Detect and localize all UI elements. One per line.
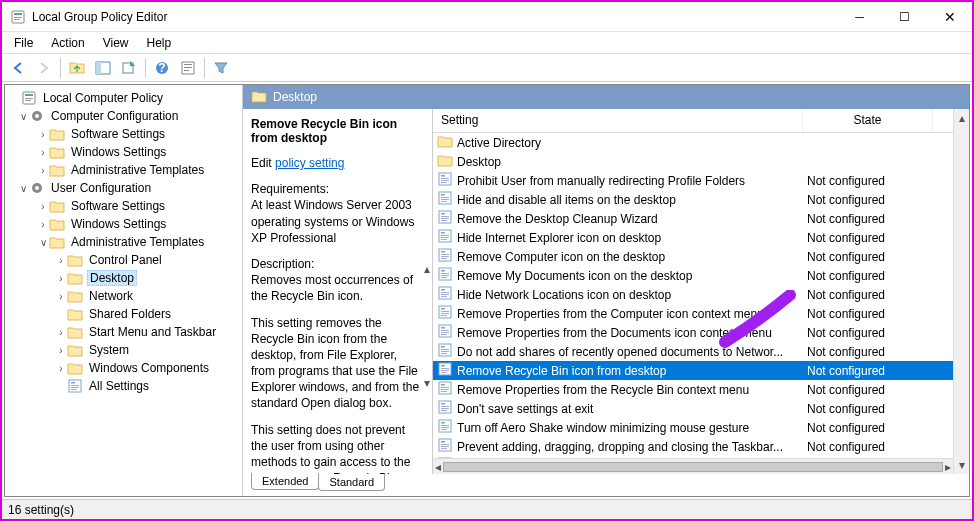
- tree-uc-windows[interactable]: ›Windows Settings: [5, 215, 242, 233]
- setting-icon: [437, 266, 453, 285]
- v-scrollbar[interactable]: ▴▾: [953, 109, 969, 474]
- filter-button[interactable]: [209, 56, 233, 80]
- folder-icon: [49, 234, 65, 250]
- tree-uc-admin[interactable]: ∨Administrative Templates: [5, 233, 242, 251]
- tree-user-config[interactable]: ∨User Configuration: [5, 179, 242, 197]
- menu-action[interactable]: Action: [43, 34, 92, 52]
- location-header: Desktop: [243, 85, 969, 109]
- setting-icon: [437, 304, 453, 323]
- settings-list[interactable]: Active DirectoryDesktopProhibit User fro…: [433, 133, 953, 458]
- up-button[interactable]: [65, 56, 89, 80]
- list-item[interactable]: Prohibit User from manually redirecting …: [433, 171, 953, 190]
- tree-computer-config[interactable]: ∨Computer Configuration: [5, 107, 242, 125]
- svg-rect-17: [184, 64, 192, 65]
- setting-icon: [437, 437, 453, 456]
- export-button[interactable]: [117, 56, 141, 80]
- folder-icon: [49, 198, 65, 214]
- setting-icon: [437, 209, 453, 228]
- svg-rect-19: [184, 70, 189, 71]
- setting-title: Remove Recycle Bin icon from desktop: [251, 117, 424, 145]
- properties-button[interactable]: [176, 56, 200, 80]
- window-title: Local Group Policy Editor: [32, 10, 837, 24]
- list-item[interactable]: Don't save settings at exitNot configure…: [433, 399, 953, 418]
- edit-policy-link[interactable]: policy setting: [275, 156, 344, 170]
- tree-cc-software[interactable]: ›Software Settings: [5, 125, 242, 143]
- tree-shared-folders[interactable]: Shared Folders: [5, 305, 242, 323]
- gear-icon: [29, 108, 45, 124]
- folder-icon: [67, 288, 83, 304]
- forward-button[interactable]: [32, 56, 56, 80]
- col-setting[interactable]: Setting: [433, 109, 803, 132]
- folder-icon: [67, 306, 83, 322]
- folder-icon: [49, 144, 65, 160]
- setting-icon: [437, 190, 453, 209]
- folder-icon: [67, 270, 83, 286]
- tree-desktop[interactable]: ›Desktop: [5, 269, 242, 287]
- setting-icon: [437, 380, 453, 399]
- setting-icon: [437, 399, 453, 418]
- list-item[interactable]: Hide Internet Explorer icon on desktopNo…: [433, 228, 953, 247]
- h-scrollbar[interactable]: ◂▸: [433, 458, 953, 474]
- tree-start-menu[interactable]: ›Start Menu and Taskbar: [5, 323, 242, 341]
- tree-system[interactable]: ›System: [5, 341, 242, 359]
- svg-rect-12: [96, 62, 101, 74]
- list-item[interactable]: Turn off Aero Shake window minimizing mo…: [433, 418, 953, 437]
- folder-icon: [67, 324, 83, 340]
- folder-icon: [67, 342, 83, 358]
- svg-rect-18: [184, 67, 192, 68]
- menu-help[interactable]: Help: [139, 34, 180, 52]
- svg-text:?: ?: [158, 61, 165, 75]
- list-item[interactable]: Hide Network Locations icon on desktopNo…: [433, 285, 953, 304]
- list-header[interactable]: Setting State: [433, 109, 953, 133]
- col-state[interactable]: State: [803, 109, 933, 132]
- list-item[interactable]: Remove Computer icon on the desktopNot c…: [433, 247, 953, 266]
- menu-file[interactable]: File: [6, 34, 41, 52]
- setting-icon: [437, 247, 453, 266]
- list-item[interactable]: Remove Properties from the Recycle Bin c…: [433, 380, 953, 399]
- list-item[interactable]: Remove Recycle Bin icon from desktopNot …: [433, 361, 953, 380]
- tree-control-panel[interactable]: ›Control Panel: [5, 251, 242, 269]
- list-item[interactable]: Remove Properties from the Computer icon…: [433, 304, 953, 323]
- tree-windows-components[interactable]: ›Windows Components: [5, 359, 242, 377]
- minimize-button[interactable]: ─: [837, 2, 882, 32]
- list-item[interactable]: Do not add shares of recently opened doc…: [433, 342, 953, 361]
- close-button[interactable]: ✕: [927, 2, 972, 32]
- titlebar: Local Group Policy Editor ─ ☐ ✕: [2, 2, 972, 32]
- tree-cc-admin[interactable]: ›Administrative Templates: [5, 161, 242, 179]
- list-item[interactable]: Remove My Documents icon on the desktopN…: [433, 266, 953, 285]
- nav-tree[interactable]: Local Computer Policy ∨Computer Configur…: [5, 85, 243, 496]
- list-item[interactable]: Prevent adding, dragging, dropping and c…: [433, 437, 953, 456]
- tab-extended[interactable]: Extended: [251, 473, 319, 490]
- show-hide-tree-button[interactable]: [91, 56, 115, 80]
- list-item[interactable]: Remove the Desktop Cleanup WizardNot con…: [433, 209, 953, 228]
- back-button[interactable]: [6, 56, 30, 80]
- detail-scroll[interactable]: ▴▾: [424, 262, 430, 390]
- tree-all-settings[interactable]: All Settings: [5, 377, 242, 395]
- gear-icon: [29, 180, 45, 196]
- app-icon: [10, 9, 26, 25]
- tab-standard[interactable]: Standard: [318, 474, 385, 491]
- setting-icon: [437, 418, 453, 437]
- list-item[interactable]: Desktop: [433, 152, 953, 171]
- list-item[interactable]: Hide and disable all items on the deskto…: [433, 190, 953, 209]
- list-item[interactable]: Active Directory: [433, 133, 953, 152]
- setting-icon: [437, 323, 453, 342]
- folder-icon: [49, 162, 65, 178]
- tree-root[interactable]: Local Computer Policy: [5, 89, 242, 107]
- folder-icon: [49, 126, 65, 142]
- view-tabs: Extended Standard: [243, 474, 969, 496]
- policy-icon: [21, 90, 37, 106]
- detail-pane: Remove Recycle Bin icon from desktop Edi…: [243, 109, 433, 474]
- status-bar: 16 setting(s): [2, 499, 972, 519]
- menu-view[interactable]: View: [95, 34, 137, 52]
- toolbar: ?: [2, 54, 972, 82]
- setting-icon: [437, 285, 453, 304]
- tree-uc-software[interactable]: ›Software Settings: [5, 197, 242, 215]
- tree-network[interactable]: ›Network: [5, 287, 242, 305]
- help-button[interactable]: ?: [150, 56, 174, 80]
- folder-icon: [49, 216, 65, 232]
- maximize-button[interactable]: ☐: [882, 2, 927, 32]
- setting-icon: [437, 342, 453, 361]
- list-item[interactable]: Remove Properties from the Documents ico…: [433, 323, 953, 342]
- tree-cc-windows[interactable]: ›Windows Settings: [5, 143, 242, 161]
